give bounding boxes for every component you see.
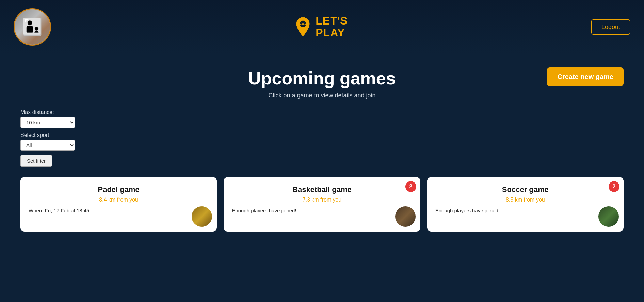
avatar[interactable] <box>14 8 51 46</box>
card-image-soccer <box>598 206 619 227</box>
card-detail: Enough players have joined! <box>232 208 412 213</box>
page-title: Upcoming games <box>20 68 624 89</box>
card-distance: 8.5 km from you <box>435 197 615 203</box>
card-title: Soccer game <box>435 185 615 194</box>
card-image-padel <box>192 206 212 227</box>
filters-panel: Max distance: 1 km 5 km 10 km 25 km 50 k… <box>20 109 116 167</box>
card-title: Padel game <box>29 185 209 194</box>
card-distance: 7.3 km from you <box>232 197 412 203</box>
page-subtitle: Click on a game to view details and join <box>20 92 624 99</box>
card-badge-basketball: 2 <box>405 181 416 192</box>
distance-filter-group: Max distance: 1 km 5 km 10 km 25 km 50 k… <box>20 109 116 128</box>
logo-icon <box>294 17 311 37</box>
card-detail: When: Fri, 17 Feb at 18:45. <box>29 208 209 213</box>
card-distance: 8.4 km from you <box>29 197 209 203</box>
game-card-soccer[interactable]: 2 Soccer game 8.5 km from you Enough pla… <box>427 177 624 232</box>
cards-row: Padel game 8.4 km from you When: Fri, 17… <box>0 177 644 232</box>
card-detail: Enough players have joined! <box>435 208 615 213</box>
set-filter-button[interactable]: Set filter <box>20 155 52 167</box>
main-content: Upcoming games Click on a game to view d… <box>0 54 644 232</box>
sport-select[interactable]: All Padel Basketball Soccer <box>20 140 75 151</box>
game-card-padel[interactable]: Padel game 8.4 km from you When: Fri, 17… <box>20 177 217 232</box>
game-card-basketball[interactable]: 2 Basketball game 7.3 km from you Enough… <box>224 177 420 232</box>
logout-button[interactable]: Logout <box>591 19 630 35</box>
card-title: Basketball game <box>232 185 412 194</box>
card-badge-soccer: 2 <box>609 181 619 192</box>
avatar-image <box>15 9 50 45</box>
create-new-game-button[interactable]: Create new game <box>547 67 624 86</box>
card-image-basketball <box>395 206 416 227</box>
logo-text: LET'S PLAY <box>316 15 348 39</box>
distance-select[interactable]: 1 km 5 km 10 km 25 km 50 km <box>20 117 75 128</box>
logo: LET'S PLAY <box>294 15 348 39</box>
sport-label: Select sport: <box>20 132 116 138</box>
distance-label: Max distance: <box>20 109 116 115</box>
sport-filter-group: Select sport: All Padel Basketball Socce… <box>20 132 116 151</box>
page-header: Upcoming games Click on a game to view d… <box>20 68 624 99</box>
header: LET'S PLAY Logout <box>0 0 644 54</box>
